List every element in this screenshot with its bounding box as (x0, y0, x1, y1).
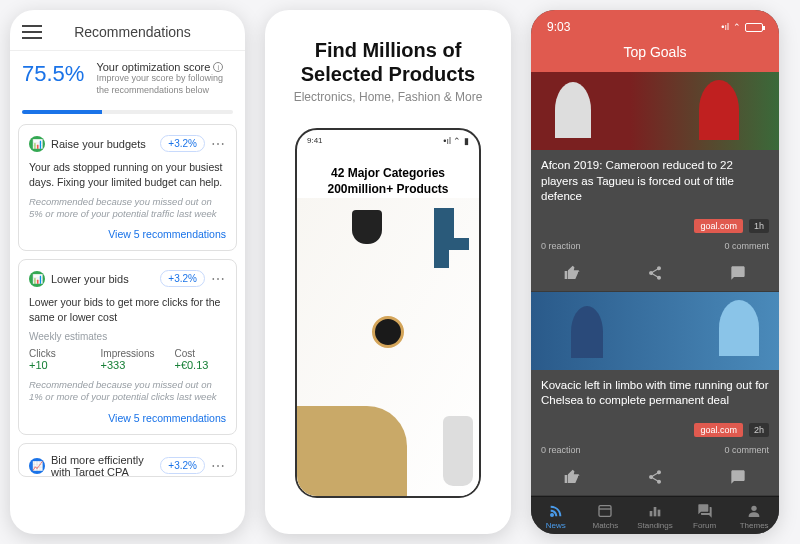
score-subtitle: Improve your score by following the reco… (96, 73, 233, 96)
pot-image (352, 210, 382, 244)
promo-subheadline: Electronics, Home, Fashion & More (294, 90, 483, 104)
card-title: Lower your bids (51, 273, 154, 285)
inner-status-bar: 9:41•ıl ⌃ ▮ (297, 130, 479, 148)
page-title: Top Goals (531, 38, 779, 72)
svg-rect-1 (599, 506, 611, 517)
more-icon[interactable]: ⋯ (211, 458, 226, 474)
score-progress-fill (22, 110, 102, 114)
more-icon[interactable]: ⋯ (211, 136, 226, 152)
recommendation-card-bids[interactable]: 📊 Lower your bids +3.2% ⋯ Lower your bid… (18, 259, 237, 434)
comment-icon[interactable] (730, 265, 746, 281)
drill-image (419, 208, 469, 268)
wifi-icon: ⌃ (733, 22, 741, 32)
source-badge: goal.com (694, 219, 743, 233)
blender-image (443, 416, 473, 486)
view-recommendations-link[interactable]: View 5 recommendations (29, 228, 226, 240)
chart-icon: 📊 (29, 136, 45, 152)
article-card[interactable]: Afcon 2019: Cameroon reduced to 22 playe… (531, 72, 779, 292)
product-collage (297, 198, 479, 496)
like-icon[interactable] (564, 265, 580, 281)
status-time: 9:03 (547, 20, 570, 34)
uplift-badge: +3.2% (160, 135, 205, 152)
more-icon[interactable]: ⋯ (211, 271, 226, 287)
estimates-row: Clicks+10 Impressions+333 Cost+€0.13 (29, 348, 226, 371)
card-description: Lower your bids to get more clicks for t… (29, 295, 226, 324)
article-image (531, 292, 779, 370)
score-percent: 75.5% (22, 61, 84, 87)
comment-count: 0 comment (655, 445, 769, 455)
reaction-count: 0 reaction (541, 445, 655, 455)
tab-bar: News Matchs Standings Forum Themes (531, 496, 779, 534)
svg-rect-5 (658, 510, 661, 517)
signal-icon: •ıl (721, 22, 729, 32)
tab-standings[interactable]: Standings (630, 503, 680, 530)
inner-phone-mockup: 9:41•ıl ⌃ ▮ 42 Major Categories 200milli… (295, 128, 481, 498)
tab-themes[interactable]: Themes (729, 503, 779, 530)
tab-matchs[interactable]: Matchs (581, 503, 631, 530)
trend-icon: 📈 (29, 458, 45, 474)
svg-rect-3 (650, 511, 653, 516)
tab-forum[interactable]: Forum (680, 503, 730, 530)
header-bar: Recommendations (10, 10, 245, 51)
time-badge: 2h (749, 423, 769, 437)
view-recommendations-link[interactable]: View 5 recommendations (29, 412, 226, 424)
recommendation-card-budgets[interactable]: 📊 Raise your budgets +3.2% ⋯ Your ads st… (18, 124, 237, 251)
comment-icon[interactable] (730, 469, 746, 485)
svg-point-6 (752, 506, 757, 511)
news-feed[interactable]: Afcon 2019: Cameroon reduced to 22 playe… (531, 72, 779, 496)
inner-heading-2: 200million+ Products (307, 182, 469, 196)
card-description: Your ads stopped running on your busiest… (29, 160, 226, 189)
article-card[interactable]: Kovacic left in limbo with time running … (531, 292, 779, 496)
article-headline: Afcon 2019: Cameroon reduced to 22 playe… (531, 150, 779, 213)
card-title: Raise your budgets (51, 138, 154, 150)
promo-headline: Find Millions of Selected Products (283, 38, 493, 86)
top-goals-screen: 9:03 •ıl⌃ Top Goals Afcon 2019: Cameroon… (531, 10, 779, 534)
share-icon[interactable] (647, 265, 663, 281)
inner-heading-1: 42 Major Categories (307, 166, 469, 180)
svg-rect-4 (654, 507, 657, 516)
score-progress-bar (22, 110, 233, 114)
chart-icon: 📊 (29, 271, 45, 287)
info-icon[interactable]: i (213, 62, 223, 72)
card-reason: Recommended because you missed out on 5%… (29, 196, 226, 221)
recommendation-card-target-cpa[interactable]: 📈 Bid more efficiently with Target CPA +… (18, 443, 237, 477)
recommendations-screen: Recommendations 75.5% Your optimization … (10, 10, 245, 534)
status-bar: 9:03 •ıl⌃ (531, 10, 779, 38)
products-promo-screen: Find Millions of Selected Products Elect… (265, 10, 511, 534)
article-image (531, 72, 779, 150)
estimates-label: Weekly estimates (29, 331, 226, 342)
score-title: Your optimization scorei (96, 61, 233, 73)
card-reason: Recommended because you missed out on 1%… (29, 379, 226, 404)
like-icon[interactable] (564, 469, 580, 485)
uplift-badge: +3.2% (160, 457, 205, 474)
svg-point-0 (550, 513, 554, 517)
reaction-count: 0 reaction (541, 241, 655, 251)
source-badge: goal.com (694, 423, 743, 437)
uplift-badge: +3.2% (160, 270, 205, 287)
page-title: Recommendations (32, 24, 233, 40)
sofa-image (297, 406, 407, 496)
watch-image (372, 316, 404, 348)
card-title: Bid more efficiently with Target CPA (51, 454, 154, 477)
tab-news[interactable]: News (531, 503, 581, 530)
time-badge: 1h (749, 219, 769, 233)
comment-count: 0 comment (655, 241, 769, 251)
share-icon[interactable] (647, 469, 663, 485)
signal-icon: •ıl ⌃ ▮ (443, 136, 469, 146)
battery-icon (745, 23, 763, 32)
article-headline: Kovacic left in limbo with time running … (531, 370, 779, 417)
optimization-score-row: 75.5% Your optimization scorei Improve y… (10, 51, 245, 106)
